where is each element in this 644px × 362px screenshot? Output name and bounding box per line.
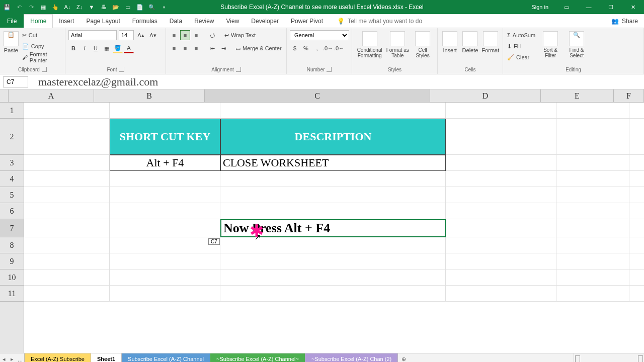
cell-D2[interactable] <box>446 119 556 155</box>
font-size-input[interactable] <box>119 30 134 40</box>
cell-D5[interactable] <box>446 187 556 203</box>
clear-button[interactable]: 🧹Clear <box>506 52 536 62</box>
wrap-text-button[interactable]: ↩Wrap Text <box>223 30 257 40</box>
cell-D7[interactable] <box>446 219 556 237</box>
cell-E5[interactable] <box>556 187 629 203</box>
cell-E3[interactable] <box>556 155 629 171</box>
close-button[interactable]: ✕ <box>622 0 644 14</box>
sheet-tab[interactable]: ~Subscribe Excel (A-Z) Channel~ <box>210 353 305 362</box>
cell-E10[interactable] <box>556 269 629 286</box>
cell-F8[interactable] <box>629 237 644 253</box>
underline-button[interactable]: U <box>91 43 101 53</box>
cell-A7[interactable] <box>24 219 110 237</box>
name-box[interactable]: C7 <box>3 76 28 87</box>
outdent-icon[interactable]: ⇤ <box>207 43 217 53</box>
cut-button[interactable]: ✂Cut <box>21 30 62 40</box>
font-launcher-icon[interactable] <box>119 67 124 72</box>
cell-B5[interactable] <box>110 187 220 203</box>
grid[interactable]: SHORT CUT KEYDESCRIPTIONAlt + F4CLOSE WO… <box>24 103 644 353</box>
sheet-tab[interactable]: Subscribe Excel (A-Z) Channel <box>121 353 210 362</box>
increase-decimal-icon[interactable]: .0→ <box>323 43 333 53</box>
cell-F2[interactable] <box>629 119 644 155</box>
cell-D6[interactable] <box>446 203 556 219</box>
sign-in-link[interactable]: Sign in <box>524 4 555 10</box>
decrease-decimal-icon[interactable]: .0← <box>334 43 344 53</box>
cell-B4[interactable] <box>110 171 220 187</box>
tab-power-pivot[interactable]: Power Pivot <box>285 14 329 28</box>
tab-more[interactable]: … <box>16 353 24 362</box>
sort-asc-icon[interactable]: A↓ <box>63 3 71 11</box>
autosum-button[interactable]: ΣAutoSum <box>506 30 536 40</box>
cell-A9[interactable] <box>24 253 110 269</box>
add-sheet-button[interactable]: ⊕ <box>397 353 410 362</box>
qat-icon[interactable]: ▦ <box>39 3 47 11</box>
paste-button[interactable]: 📋 Paste <box>3 30 19 53</box>
decrease-font-icon[interactable]: A▾ <box>148 30 158 40</box>
cell-C6[interactable] <box>220 203 446 219</box>
bold-button[interactable]: B <box>68 43 78 53</box>
page-icon[interactable]: 📄 <box>136 3 144 11</box>
cell-E2[interactable] <box>556 119 629 155</box>
cell-A4[interactable] <box>24 171 110 187</box>
conditional-formatting-button[interactable]: Conditional Formatting <box>355 30 384 58</box>
delete-cells-button[interactable]: Delete <box>461 30 479 53</box>
cell-C5[interactable] <box>220 187 446 203</box>
align-left-icon[interactable]: ≡ <box>169 43 179 53</box>
column-header-A[interactable]: A <box>9 89 94 102</box>
tab-data[interactable]: Data <box>164 14 188 28</box>
cell-B8[interactable] <box>110 237 220 253</box>
filter-icon[interactable]: ▼ <box>88 3 96 11</box>
column-header-D[interactable]: D <box>430 89 541 102</box>
ribbon-options-icon[interactable]: ▭ <box>555 0 578 14</box>
cell-E1[interactable] <box>556 103 629 119</box>
cell-D10[interactable] <box>446 269 556 286</box>
tell-me-search[interactable]: 💡 Tell me what you want to do <box>329 14 422 28</box>
format-cells-button[interactable]: Format <box>481 30 500 53</box>
open-icon[interactable]: 📂 <box>112 3 120 11</box>
increase-font-icon[interactable]: A▴ <box>136 30 146 40</box>
cell-C2[interactable]: DESCRIPTION <box>220 119 446 155</box>
row-header-6[interactable]: 6 <box>0 203 24 219</box>
cell-E9[interactable] <box>556 253 629 269</box>
tab-view[interactable]: View <box>220 14 246 28</box>
cell-styles-button[interactable]: Cell Styles <box>411 30 434 58</box>
cell-D1[interactable] <box>446 103 556 119</box>
alignment-launcher-icon[interactable] <box>236 67 241 72</box>
italic-button[interactable]: I <box>79 43 90 53</box>
cell-A11[interactable] <box>24 286 110 302</box>
share-button[interactable]: 👥 Share <box>605 14 644 28</box>
insert-cells-button[interactable]: Insert <box>441 30 459 53</box>
cell-A10[interactable] <box>24 269 110 286</box>
column-header-C[interactable]: C <box>205 89 430 102</box>
print-icon[interactable]: 🖶 <box>100 3 108 11</box>
number-launcher-icon[interactable] <box>327 67 332 72</box>
clipboard-launcher-icon[interactable] <box>42 67 47 72</box>
tab-insert[interactable]: Insert <box>53 14 80 28</box>
cell-F6[interactable] <box>629 203 644 219</box>
cell-E8[interactable] <box>556 237 629 253</box>
cell-D9[interactable] <box>446 253 556 269</box>
cell-F11[interactable] <box>629 286 644 302</box>
horizontal-scrollbar[interactable] <box>574 353 644 362</box>
cell-B6[interactable] <box>110 203 220 219</box>
comma-icon[interactable]: , <box>312 43 322 53</box>
cell-D11[interactable] <box>446 286 556 302</box>
align-bottom-icon[interactable]: ≡ <box>191 30 201 40</box>
cell-C8[interactable] <box>220 237 446 253</box>
cell-F4[interactable] <box>629 171 644 187</box>
cell-B2[interactable]: SHORT CUT KEY <box>110 119 220 155</box>
maximize-button[interactable]: ☐ <box>600 0 622 14</box>
cell-A2[interactable] <box>24 119 110 155</box>
align-right-icon[interactable]: ≡ <box>191 43 201 53</box>
cell-C11[interactable] <box>220 286 446 302</box>
sort-desc-icon[interactable]: Z↓ <box>75 3 84 11</box>
tab-home[interactable]: Home <box>24 14 53 28</box>
number-format-select[interactable]: General <box>290 30 349 40</box>
cell-D3[interactable] <box>446 155 556 171</box>
cell-C1[interactable] <box>220 103 446 119</box>
sheet-tab[interactable]: Sheet1 <box>91 353 122 362</box>
column-header-B[interactable]: B <box>94 89 205 102</box>
cell-E6[interactable] <box>556 203 629 219</box>
undo-icon[interactable]: ↶ <box>15 3 23 11</box>
redo-icon[interactable]: ↷ <box>27 3 35 11</box>
